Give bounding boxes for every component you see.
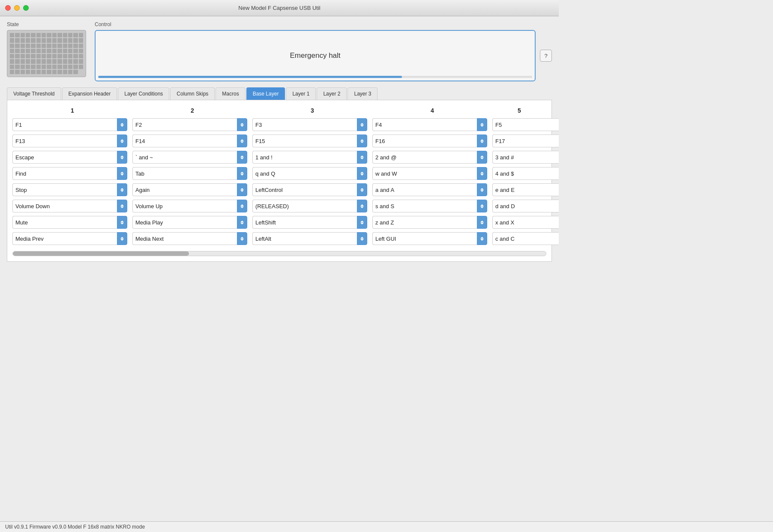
key-input-0-1[interactable]: [132, 118, 237, 131]
key-input-7-2[interactable]: [252, 232, 357, 245]
spinner-button-0-0[interactable]: [117, 118, 127, 131]
spinner-button-5-0[interactable]: [117, 200, 127, 212]
key-input-0-0[interactable]: [12, 118, 117, 131]
spinner-button-7-2[interactable]: [357, 232, 367, 245]
key-input-2-1[interactable]: [132, 151, 237, 164]
spinner-button-1-2[interactable]: [357, 134, 367, 147]
spinner-button-7-0[interactable]: [117, 232, 127, 245]
spinner-down-arrow: [360, 239, 364, 241]
key-input-0-4[interactable]: [492, 118, 559, 131]
spinner-button-7-1[interactable]: [237, 232, 247, 245]
key-input-2-2[interactable]: [252, 151, 357, 164]
spinner-button-1-1[interactable]: [237, 134, 247, 147]
tab-layer-3[interactable]: Layer 3: [348, 87, 378, 100]
key-input-6-0[interactable]: [12, 216, 117, 229]
key-input-5-1[interactable]: [132, 200, 237, 212]
key-input-7-3[interactable]: [372, 232, 477, 245]
key-input-3-3[interactable]: [372, 167, 477, 180]
key-input-3-4[interactable]: [492, 167, 559, 180]
key-input-2-0[interactable]: [12, 151, 117, 164]
spinner-button-4-2[interactable]: [357, 183, 367, 196]
key-input-3-2[interactable]: [252, 167, 357, 180]
key-input-6-3[interactable]: [372, 216, 477, 229]
spinner-button-7-3[interactable]: [477, 232, 487, 245]
tab-column-skips[interactable]: Column Skips: [170, 87, 215, 100]
scrollbar-thumb[interactable]: [13, 251, 189, 256]
key-input-4-3[interactable]: [372, 183, 477, 196]
grid-cell: [31, 65, 35, 69]
close-button[interactable]: [5, 5, 11, 11]
spinner-button-3-1[interactable]: [237, 167, 247, 180]
key-input-4-0[interactable]: [12, 183, 117, 196]
key-input-6-4[interactable]: [492, 216, 559, 229]
spinner-button-4-3[interactable]: [477, 183, 487, 196]
spinner-button-2-2[interactable]: [357, 151, 367, 164]
spinner-up-arrow: [240, 155, 244, 157]
key-input-7-4[interactable]: [492, 232, 559, 245]
tab-base-layer[interactable]: Base Layer: [246, 87, 285, 100]
spinner-button-2-0[interactable]: [117, 151, 127, 164]
spinner-button-0-2[interactable]: [357, 118, 367, 131]
spinner-button-6-1[interactable]: [237, 216, 247, 229]
spinner-button-1-3[interactable]: [477, 134, 487, 147]
key-input-1-2[interactable]: [252, 134, 357, 147]
key-input-5-3[interactable]: [372, 200, 477, 212]
tab-macros[interactable]: Macros: [216, 87, 245, 100]
grid-cell: [79, 38, 83, 42]
spinner-button-6-3[interactable]: [477, 216, 487, 229]
spinner-button-5-2[interactable]: [357, 200, 367, 212]
tab-expansion-header[interactable]: Expansion Header: [62, 87, 117, 100]
key-input-2-4[interactable]: [492, 151, 559, 164]
help-button[interactable]: ?: [540, 50, 552, 62]
key-input-5-4[interactable]: [492, 200, 559, 212]
key-input-6-1[interactable]: [132, 216, 237, 229]
key-input-1-0[interactable]: [12, 134, 117, 147]
spinner-button-2-3[interactable]: [477, 151, 487, 164]
key-input-1-3[interactable]: [372, 134, 477, 147]
emergency-halt-button[interactable]: Emergency halt: [95, 30, 536, 81]
spinner-button-6-0[interactable]: [117, 216, 127, 229]
spinner-button-3-3[interactable]: [477, 167, 487, 180]
key-input-4-2[interactable]: [252, 183, 357, 196]
key-input-0-3[interactable]: [372, 118, 477, 131]
tab-voltage-threshold[interactable]: Voltage Threshold: [7, 87, 61, 100]
tab-layer-conditions[interactable]: Layer Conditions: [118, 87, 169, 100]
data-rows-container: [12, 118, 546, 245]
cell-3-2: [252, 167, 372, 180]
spinner-button-3-0[interactable]: [117, 167, 127, 180]
spinner-button-5-3[interactable]: [477, 200, 487, 212]
spinner-button-6-2[interactable]: [357, 216, 367, 229]
key-input-4-4[interactable]: [492, 183, 559, 196]
key-input-6-2[interactable]: [252, 216, 357, 229]
tab-layer-1[interactable]: Layer 1: [286, 87, 316, 100]
spinner-button-1-0[interactable]: [117, 134, 127, 147]
key-input-4-1[interactable]: [132, 183, 237, 196]
spinner-button-5-1[interactable]: [237, 200, 247, 212]
key-input-5-0[interactable]: [12, 200, 117, 212]
key-input-2-3[interactable]: [372, 151, 477, 164]
maximize-button[interactable]: [23, 5, 29, 11]
grid-cell: [68, 59, 72, 63]
spinner-button-4-0[interactable]: [117, 183, 127, 196]
spinner-button-4-1[interactable]: [237, 183, 247, 196]
key-input-1-1[interactable]: [132, 134, 237, 147]
key-input-3-1[interactable]: [132, 167, 237, 180]
key-input-0-2[interactable]: [252, 118, 357, 131]
minimize-button[interactable]: [14, 5, 20, 11]
grid-cell: [21, 54, 25, 58]
key-input-7-0[interactable]: [12, 232, 117, 245]
key-input-3-0[interactable]: [12, 167, 117, 180]
grid-cell: [26, 33, 30, 37]
spinner-button-2-1[interactable]: [237, 151, 247, 164]
tab-layer-2[interactable]: Layer 2: [317, 87, 347, 100]
grid-cell: [36, 54, 41, 58]
spinner-button-3-2[interactable]: [357, 167, 367, 180]
spinner-button-0-1[interactable]: [237, 118, 247, 131]
spinner-button-0-3[interactable]: [477, 118, 487, 131]
key-input-5-2[interactable]: [252, 200, 357, 212]
emergency-halt-label: Emergency halt: [290, 51, 340, 60]
horizontal-scrollbar[interactable]: [12, 251, 546, 256]
key-input-7-1[interactable]: [132, 232, 237, 245]
key-input-1-4[interactable]: [492, 134, 559, 147]
spinner-down-arrow: [240, 190, 244, 192]
